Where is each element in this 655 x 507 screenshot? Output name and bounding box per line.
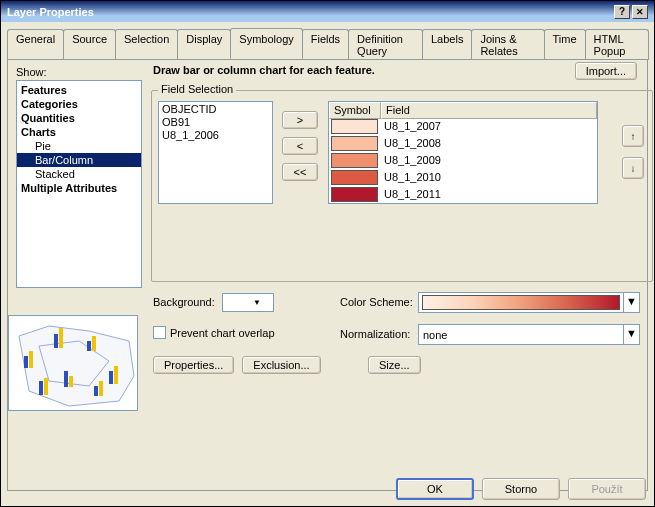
show-item-features[interactable]: Features — [17, 83, 141, 97]
svg-rect-3 — [54, 334, 58, 348]
table-row[interactable]: U8_1_2007 — [329, 119, 597, 136]
col-symbol[interactable]: Symbol — [329, 102, 381, 119]
show-item-quantities[interactable]: Quantities — [17, 111, 141, 125]
show-item-multiple-attributes[interactable]: Multiple Attributes — [17, 181, 141, 195]
apply-button[interactable]: Použít — [568, 478, 646, 500]
svg-rect-12 — [44, 378, 48, 395]
field-name: U8_1_2011 — [380, 187, 597, 204]
window-title: Layer Properties — [7, 6, 94, 18]
svg-rect-2 — [29, 351, 33, 368]
show-item-stacked[interactable]: Stacked — [17, 167, 141, 181]
tab-html-popup[interactable]: HTML Popup — [585, 29, 649, 60]
tab-labels[interactable]: Labels — [422, 29, 472, 60]
move-right-button[interactable]: > — [282, 111, 318, 129]
svg-rect-1 — [24, 356, 28, 368]
svg-rect-8 — [114, 366, 118, 384]
table-row[interactable]: U8_1_2008 — [329, 136, 597, 153]
background-label: Background: — [153, 296, 215, 308]
show-item-pie[interactable]: Pie — [17, 139, 141, 153]
tab-symbology[interactable]: Symbology — [230, 28, 302, 59]
symbol-swatch[interactable] — [331, 136, 378, 151]
symbol-swatch[interactable] — [331, 119, 378, 134]
chevron-down-icon: ▼ — [623, 325, 639, 344]
normalization-value: none — [419, 329, 623, 341]
show-item-bar-column[interactable]: Bar/Column — [17, 153, 141, 167]
preview-thumbnail — [8, 315, 138, 411]
normalization-label: Normalization: — [340, 328, 410, 340]
tab-source[interactable]: Source — [63, 29, 116, 60]
tab-time[interactable]: Time — [544, 29, 586, 60]
table-row[interactable]: U8_1_2010 — [329, 170, 597, 187]
prevent-overlap-checkbox[interactable] — [153, 326, 166, 339]
available-field[interactable]: OBJECTID — [162, 103, 269, 116]
tab-general[interactable]: General — [7, 29, 64, 60]
page-heading: Draw bar or column chart for each featur… — [153, 64, 375, 76]
symbol-swatch[interactable] — [331, 187, 378, 202]
move-up-button[interactable]: ↑ — [622, 125, 644, 147]
symbol-swatch[interactable] — [331, 153, 378, 168]
tab-definition-query[interactable]: Definition Query — [348, 29, 423, 60]
field-selection-legend: Field Selection — [158, 83, 236, 95]
field-name: U8_1_2007 — [380, 119, 597, 136]
import-button[interactable]: Import... — [575, 62, 637, 80]
move-all-left-button[interactable]: << — [282, 163, 318, 181]
ok-button[interactable]: OK — [396, 478, 474, 500]
available-field[interactable]: OB91 — [162, 116, 269, 129]
color-scheme-label: Color Scheme: — [340, 296, 413, 308]
layer-properties-window: Layer Properties GeneralSourceSelectionD… — [0, 0, 655, 507]
tab-selection[interactable]: Selection — [115, 29, 178, 60]
tab-fields[interactable]: Fields — [302, 29, 349, 60]
chevron-down-icon: ▼ — [623, 293, 639, 312]
svg-rect-5 — [87, 341, 91, 351]
show-item-categories[interactable]: Categories — [17, 97, 141, 111]
close-button[interactable] — [632, 5, 648, 19]
move-down-button[interactable]: ↓ — [622, 157, 644, 179]
available-fields-list[interactable]: OBJECTIDOB91U8_1_2006 — [158, 101, 273, 204]
tab-display[interactable]: Display — [177, 29, 231, 60]
show-item-charts[interactable]: Charts — [17, 125, 141, 139]
svg-rect-14 — [99, 381, 103, 396]
show-list[interactable]: FeaturesCategoriesQuantitiesChartsPieBar… — [16, 80, 142, 288]
table-row[interactable]: U8_1_2009 — [329, 153, 597, 170]
color-scheme-dropdown[interactable]: ▼ — [418, 292, 640, 313]
background-swatch[interactable]: ▼ — [222, 293, 274, 312]
field-name: U8_1_2009 — [380, 153, 597, 170]
prevent-overlap-label: Prevent chart overlap — [170, 327, 275, 339]
available-field[interactable]: U8_1_2006 — [162, 129, 269, 142]
normalization-dropdown[interactable]: none ▼ — [418, 324, 640, 345]
svg-rect-10 — [69, 376, 73, 387]
exclusion-button[interactable]: Exclusion... — [242, 356, 320, 374]
size-button[interactable]: Size... — [368, 356, 421, 374]
svg-rect-11 — [39, 381, 43, 395]
field-selection-fieldset: Field Selection OBJECTIDOB91U8_1_2006 > … — [151, 90, 653, 282]
svg-rect-4 — [59, 328, 63, 348]
move-left-button[interactable]: < — [282, 137, 318, 155]
col-field[interactable]: Field — [381, 102, 597, 119]
selected-fields-table[interactable]: Symbol Field U8_1_2007U8_1_2008U8_1_2009… — [328, 101, 598, 204]
table-row[interactable]: U8_1_2011 — [329, 187, 597, 204]
color-scheme-preview — [422, 295, 620, 310]
field-name: U8_1_2008 — [380, 136, 597, 153]
svg-rect-7 — [109, 371, 113, 384]
svg-rect-13 — [94, 386, 98, 396]
cancel-button[interactable]: Storno — [482, 478, 560, 500]
svg-rect-6 — [92, 336, 96, 351]
tab-strip: GeneralSourceSelectionDisplaySymbologyFi… — [1, 22, 654, 59]
svg-rect-9 — [64, 371, 68, 387]
tab-content: Show: FeaturesCategoriesQuantitiesCharts… — [7, 59, 648, 491]
properties-button[interactable]: Properties... — [153, 356, 234, 374]
field-name: U8_1_2010 — [380, 170, 597, 187]
titlebar: Layer Properties — [1, 1, 654, 22]
symbol-swatch[interactable] — [331, 170, 378, 185]
help-button[interactable] — [614, 5, 630, 19]
tab-joins-relates[interactable]: Joins & Relates — [471, 29, 544, 60]
